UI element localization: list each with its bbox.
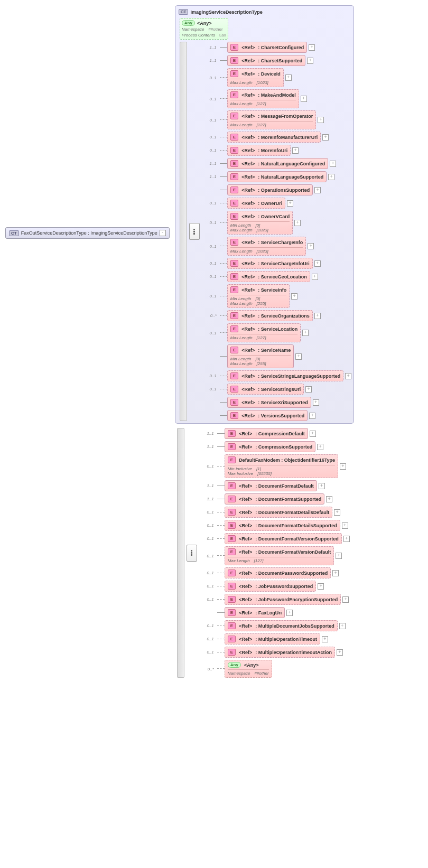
- ref-label: <Ref>: [241, 261, 255, 266]
- element-node[interactable]: E<Ref>: MultipleOperationTimeoutAction: [225, 647, 335, 658]
- expand-icon[interactable]: +: [314, 313, 321, 319]
- element-name: : DocumentFormatDetailsDefault: [255, 510, 329, 515]
- expand-icon[interactable]: +: [308, 243, 314, 249]
- element-node[interactable]: E<Ref>: ServiceOrganizations: [227, 310, 313, 321]
- expand-icon[interactable]: +: [326, 496, 332, 502]
- element-node[interactable]: E<Ref>: MultipleOperationTimeout: [225, 633, 320, 645]
- element-name: : DocumentFormatDefault: [255, 483, 314, 489]
- expand-icon[interactable]: +: [334, 509, 340, 516]
- expand-icon[interactable]: -: [160, 230, 166, 236]
- element-node[interactable]: E<Ref>: MoreInfoManufacturerUri: [227, 132, 321, 143]
- element-node[interactable]: E<Ref>: JobPasswordEncryptionSupported: [225, 594, 341, 605]
- element-node[interactable]: E<Ref>: NaturalLanguageSupported: [227, 171, 327, 182]
- element-node[interactable]: E<Ref>: MessageFromOperatorMax Length[12…: [227, 110, 316, 129]
- expand-icon[interactable]: +: [287, 200, 293, 207]
- expand-icon[interactable]: +: [310, 431, 316, 437]
- element-node[interactable]: E<Ref>: CompressionDefault: [225, 428, 308, 439]
- expand-icon[interactable]: +: [295, 353, 302, 360]
- expand-icon[interactable]: +: [322, 636, 328, 642]
- element-node[interactable]: EDefaultFaxModem : ObjectIdentifier16Typ…: [225, 454, 338, 478]
- expand-icon[interactable]: +: [305, 386, 312, 393]
- element-node[interactable]: E<Ref>: DocumentFormatDetailsDefault: [225, 507, 332, 518]
- expand-icon[interactable]: +: [317, 444, 323, 450]
- element-node[interactable]: E<Ref>: MultipleDocumentJobsSupported: [225, 620, 338, 631]
- element-node[interactable]: E<Ref>: NaturalLanguageConfigured: [227, 158, 328, 169]
- expand-icon[interactable]: +: [330, 161, 336, 167]
- expand-icon[interactable]: +: [343, 536, 350, 542]
- element-row: 1..1E<Ref>: CharsetConfigured+: [202, 42, 351, 53]
- expand-icon[interactable]: +: [337, 649, 343, 656]
- expand-icon[interactable]: +: [312, 274, 318, 280]
- element-node[interactable]: E<Ref>: ServiceXriSupported: [227, 397, 311, 408]
- element-node[interactable]: E<Ref>: ServiceChargeInfoMax Length[1023…: [227, 237, 306, 256]
- element-node[interactable]: E<Ref>: DocumentFormatVersionDefaultMax …: [225, 546, 334, 565]
- element-row: 0..1E<Ref>: MoreInfoManufacturerUri+: [202, 132, 351, 143]
- expand-icon[interactable]: +: [294, 220, 301, 226]
- expand-icon[interactable]: +: [302, 330, 309, 336]
- element-node[interactable]: E<Ref>: DocumentFormatSupported: [225, 493, 324, 505]
- element-name: : DocumentFormatDetailsSupported: [255, 523, 337, 528]
- expand-icon[interactable]: +: [318, 117, 324, 123]
- element-node[interactable]: E<Ref>: CharsetConfigured: [227, 42, 307, 53]
- expand-icon[interactable]: +: [319, 483, 325, 489]
- e-badge: E: [228, 443, 236, 450]
- element-node[interactable]: E<Ref>: FaxLogUri: [225, 607, 285, 618]
- element-name: : DocumentPasswordSupported: [255, 571, 328, 576]
- expand-icon[interactable]: +: [340, 463, 346, 470]
- element-node[interactable]: E<Ref>: ServiceStringsUri: [227, 384, 304, 395]
- element-node[interactable]: E<Ref>: DeviceIdMax Length[1023]: [227, 68, 284, 87]
- element-node[interactable]: E<Ref>: OwnerVCardMin Length[0]Max Lengt…: [227, 211, 293, 235]
- expand-icon[interactable]: +: [328, 174, 334, 180]
- element-node[interactable]: E<Ref>: CompressionSupported: [225, 441, 315, 452]
- expand-icon[interactable]: +: [336, 553, 342, 559]
- any-element[interactable]: Any<Any>Namespace##other: [225, 660, 272, 678]
- expand-icon[interactable]: +: [292, 147, 299, 154]
- ct-header[interactable]: CT ImagingServiceDescriptionType: [178, 8, 351, 16]
- element-node[interactable]: E<Ref>: ServiceNameMin Length[0]Max Leng…: [227, 344, 294, 368]
- element-node[interactable]: E<Ref>: ServiceLocationMax Length[127]: [227, 323, 301, 342]
- expand-icon[interactable]: +: [318, 583, 324, 590]
- element-node[interactable]: E<Ref>: JobPasswordSupported: [225, 581, 316, 592]
- expand-icon[interactable]: +: [314, 187, 321, 193]
- expand-icon[interactable]: +: [314, 260, 321, 267]
- expand-icon[interactable]: +: [313, 399, 319, 406]
- ref-label: <Ref>: [241, 374, 255, 379]
- expand-icon[interactable]: +: [332, 570, 339, 576]
- element-row: 0..1E<Ref>: JobPasswordSupported+: [199, 581, 350, 592]
- ct-badge: CT: [179, 9, 189, 15]
- element-node[interactable]: E<Ref>: ServiceChargeInfoUri: [227, 258, 313, 269]
- expand-icon[interactable]: +: [301, 96, 307, 102]
- expand-icon[interactable]: +: [307, 58, 313, 64]
- expand-icon[interactable]: +: [342, 596, 349, 603]
- expand-icon[interactable]: +: [286, 610, 293, 616]
- element-node[interactable]: E<Ref>: MoreInfoUri: [227, 145, 291, 156]
- element-row: 1..1E<Ref>: NaturalLanguageConfigured+: [202, 158, 351, 169]
- e-badge: E: [230, 113, 238, 119]
- any-box[interactable]: Any <Any> Namespace##other Process Conte…: [180, 18, 228, 40]
- element-node[interactable]: E<Ref>: OwnerUri: [227, 198, 285, 209]
- expand-icon[interactable]: +: [339, 623, 346, 629]
- root-type-node[interactable]: CT FaxOutServiceDescriptionType : Imagin…: [5, 227, 170, 239]
- expand-icon[interactable]: +: [285, 74, 292, 81]
- element-node[interactable]: E<Ref>: ServiceGeoLocation: [227, 271, 310, 282]
- expand-icon[interactable]: +: [309, 44, 315, 51]
- expand-icon[interactable]: +: [345, 373, 351, 379]
- ref-label: <Ref>: [241, 287, 255, 293]
- element-node[interactable]: E<Ref>: DocumentPasswordSupported: [225, 567, 331, 578]
- expand-icon[interactable]: +: [322, 134, 329, 141]
- element-node[interactable]: E<Ref>: VersionsSupported: [227, 410, 308, 421]
- element-node[interactable]: E<Ref>: MakeAndModelMax Length[127]: [227, 89, 299, 108]
- expand-icon[interactable]: +: [291, 293, 297, 300]
- element-node[interactable]: E<Ref>: DocumentFormatDetailsSupported: [225, 520, 340, 531]
- element-row: 0..1E<Ref>: MessageFromOperatorMax Lengt…: [202, 110, 351, 129]
- element-node[interactable]: E<Ref>: DocumentFormatVersionSupported: [225, 533, 342, 544]
- element-node[interactable]: E<Ref>: ServiceStringsLanguageSupported: [227, 370, 343, 381]
- element-node[interactable]: E<Ref>: OperationsSupported: [227, 184, 313, 195]
- expand-icon[interactable]: +: [342, 522, 348, 529]
- element-node[interactable]: E<Ref>: ServiceInfoMin Length[0]Max Leng…: [227, 284, 290, 308]
- ref-label: <Ref>: [239, 444, 252, 450]
- element-row: 1..1E<Ref>: CompressionSupported+: [199, 441, 350, 452]
- expand-icon[interactable]: +: [309, 413, 315, 419]
- element-node[interactable]: E<Ref>: CharsetSupported: [227, 55, 305, 66]
- element-node[interactable]: E<Ref>: DocumentFormatDefault: [225, 480, 317, 491]
